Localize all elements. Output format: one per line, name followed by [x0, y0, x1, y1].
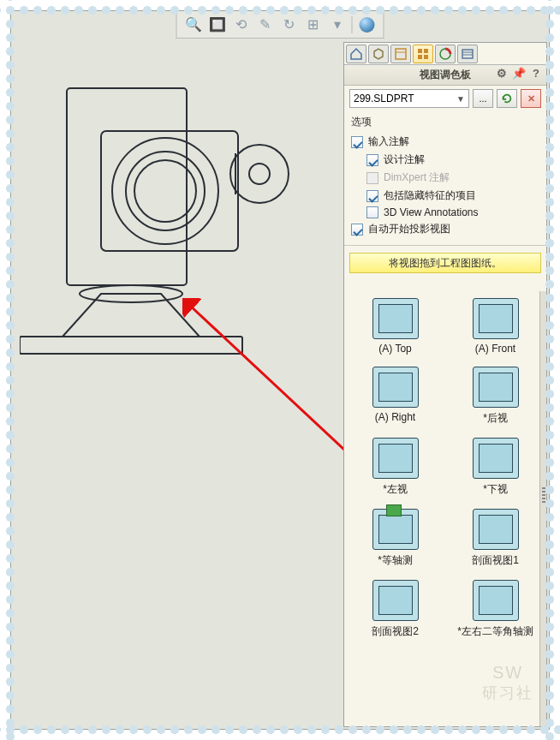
rotate-view-icon[interactable]: ✎	[256, 15, 275, 34]
view-thumb-icon	[473, 438, 519, 479]
chk-label: 输入注解	[368, 134, 409, 149]
view-label: 剖面视图2	[372, 624, 419, 639]
options-title: 选项	[351, 115, 539, 129]
svg-point-5	[249, 164, 270, 184]
view-item[interactable]: *后视	[453, 367, 539, 426]
file-combobox[interactable]: 299.SLDPRT ▼	[349, 89, 469, 108]
view-label: *左视	[383, 482, 408, 497]
view-item[interactable]: *左视	[353, 438, 438, 497]
svg-rect-17	[462, 50, 473, 58]
chk-label: 设计注解	[384, 152, 425, 167]
view-thumb-icon	[372, 367, 419, 408]
chk-label: 包括隐藏特征的项目	[384, 188, 476, 203]
tab-home[interactable]	[346, 45, 366, 63]
task-pane: 视图调色板 ⚙ 📌 ? 299.SLDPRT ▼ ... ✕ 选项 输入注解	[343, 42, 547, 727]
chk-label: 自动开始投影视图	[368, 222, 450, 236]
checkbox-icon	[366, 172, 378, 184]
browse-button[interactable]: ...	[473, 89, 493, 108]
section-view-icon[interactable]: ↻	[280, 15, 299, 34]
view-label: *等轴测	[378, 553, 413, 568]
svg-rect-0	[20, 337, 242, 354]
view-item[interactable]: 剖面视图2	[353, 580, 438, 639]
svg-rect-13	[424, 49, 428, 53]
chevron-down-icon: ▼	[456, 94, 465, 104]
view-label: (A) Front	[475, 343, 515, 355]
chk-design-annotations[interactable]: 设计注解	[351, 151, 539, 169]
checkbox-icon	[351, 224, 363, 236]
chk-dimxpert: DimXpert 注解	[351, 169, 539, 187]
view-item[interactable]: (A) Right	[353, 367, 438, 426]
render-sphere-icon[interactable]	[358, 15, 377, 34]
view-item[interactable]: (A) Front	[453, 298, 539, 355]
checkbox-icon	[351, 136, 363, 148]
view-thumb-icon	[372, 298, 419, 339]
views-grid: (A) Top(A) Front(A) Right*后视*左视*下视*等轴测剖面…	[348, 298, 543, 639]
pane-title: 视图调色板	[420, 68, 471, 82]
view-item[interactable]: *等轴测	[353, 509, 438, 568]
chk-label: 3D View Annotations	[384, 206, 479, 218]
chk-import-annotations[interactable]: 输入注解	[351, 133, 539, 151]
file-select-row: 299.SLDPRT ▼ ... ✕	[344, 86, 546, 111]
tab-view-palette[interactable]	[413, 45, 433, 63]
prev-view-icon[interactable]: ⟲	[232, 15, 251, 34]
chk-3d-view-annotations[interactable]: 3D View Annotations	[351, 205, 539, 220]
view-item[interactable]: *下视	[453, 438, 539, 497]
svg-rect-14	[418, 55, 422, 59]
view-settings-icon[interactable]: ▾	[328, 15, 347, 34]
pin-icon[interactable]: 📌	[512, 67, 526, 81]
chk-label: DimXpert 注解	[384, 170, 450, 185]
view-thumb-icon	[473, 367, 519, 408]
options-section: 选项 输入注解 设计注解 DimXpert 注解 包括隐藏特征的项目 3D Vi…	[344, 111, 546, 246]
drawing-canvas[interactable]: 🔍 🔲 ⟲ ✎ ↻ ⊞ ▾	[10, 10, 550, 730]
toolbar-separator	[352, 16, 353, 33]
file-combobox-value: 299.SLDPRT	[354, 92, 414, 104]
cad-drawing-view[interactable]	[20, 63, 311, 371]
views-area: (A) Top(A) Front(A) Right*后视*左视*下视*等轴测剖面…	[344, 291, 546, 726]
zoom-fit-icon[interactable]: 🔍	[184, 15, 203, 34]
zoom-window-icon[interactable]: 🔲	[208, 15, 227, 34]
view-toolbar: 🔍 🔲 ⟲ ✎ ↻ ⊞ ▾	[176, 11, 384, 39]
svg-rect-15	[424, 55, 428, 59]
view-thumb-icon	[473, 580, 519, 621]
remark-badge-icon	[386, 504, 402, 516]
chk-hidden-features[interactable]: 包括隐藏特征的项目	[351, 187, 539, 205]
view-item[interactable]: 剖面视图1	[453, 509, 539, 568]
watermark: SW 研习社	[482, 663, 533, 703]
view-label: (A) Top	[378, 343, 411, 355]
view-thumb-icon	[473, 509, 519, 550]
view-thumb-icon	[372, 438, 419, 479]
view-label: *后视	[483, 411, 508, 426]
svg-rect-12	[418, 49, 422, 53]
tab-resources[interactable]	[457, 45, 478, 63]
view-item[interactable]: *左右二等角轴测	[453, 580, 539, 639]
tab-appearance[interactable]	[435, 45, 456, 63]
pane-title-bar: 视图调色板 ⚙ 📌 ?	[344, 65, 546, 86]
svg-point-6	[112, 138, 218, 244]
checkbox-icon	[366, 190, 378, 202]
help-icon[interactable]: ?	[529, 67, 543, 81]
refresh-button[interactable]	[497, 89, 517, 108]
view-label: *左右二等角轴测	[457, 624, 533, 639]
chk-auto-projection[interactable]: 自动开始投影视图	[351, 220, 539, 238]
splitter-handle[interactable]	[539, 291, 546, 726]
svg-rect-10	[396, 49, 406, 59]
tab-assembly[interactable]	[368, 45, 389, 63]
drag-instruction-banner: 将视图拖到工程图图纸。	[349, 253, 541, 273]
checkbox-icon	[366, 206, 378, 218]
svg-point-7	[126, 152, 205, 230]
clear-button[interactable]: ✕	[521, 89, 541, 108]
view-label: *下视	[483, 482, 508, 497]
view-label: (A) Right	[375, 411, 415, 423]
view-item[interactable]: (A) Top	[353, 298, 438, 355]
view-thumb-icon	[473, 298, 519, 339]
svg-point-4	[230, 145, 289, 203]
undo-view-icon[interactable]: ⊞	[304, 15, 323, 34]
view-thumb-icon	[372, 580, 419, 621]
task-pane-tabs	[344, 43, 546, 65]
gear-icon[interactable]: ⚙	[495, 67, 509, 81]
tab-custom-props[interactable]	[390, 45, 411, 63]
view-label: 剖面视图1	[472, 553, 519, 568]
checkbox-icon	[366, 154, 378, 166]
